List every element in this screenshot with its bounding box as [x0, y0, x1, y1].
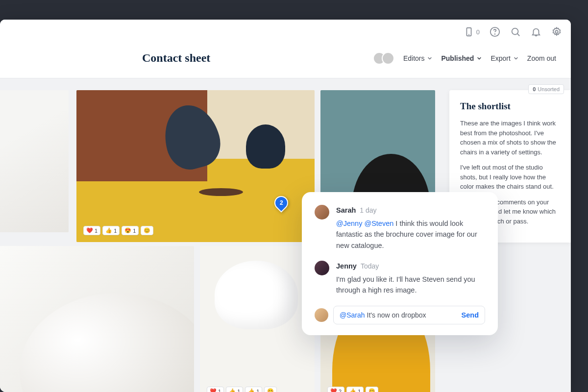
canvas[interactable]: ❤️1 👍1 😍1 😊 ❤️1 👍1 👍1 😊 ❤️2 [0, 78, 571, 392]
image-tile-main[interactable]: ❤️1 👍1 😍1 😊 [76, 90, 315, 242]
add-reaction-button[interactable]: 😊 [264, 387, 277, 392]
reaction-chip[interactable]: 👍1 [226, 387, 243, 392]
search-icon[interactable] [510, 26, 521, 37]
shortlist-paragraph: I've left out most of the studio shots, … [460, 163, 560, 192]
image-tile[interactable]: ❤️1 👍1 👍1 😊 [200, 246, 315, 392]
comment-author: Jenny [336, 262, 357, 270]
image-tile[interactable] [0, 90, 69, 232]
page-title: Contact sheet [142, 51, 368, 65]
editor-avatars[interactable] [377, 52, 394, 65]
shortlist-paragraph: These are the images I think work best f… [460, 119, 560, 157]
export-label: Export [490, 54, 510, 62]
reaction-chip[interactable]: 👍1 [245, 387, 262, 392]
reaction-bar: ❤️2 👍1 😊 [327, 387, 378, 392]
published-label: Published [441, 54, 474, 62]
reaction-chip[interactable]: ❤️1 [83, 226, 100, 235]
reaction-chip[interactable]: ❤️1 [207, 387, 224, 392]
bell-icon[interactable] [531, 26, 541, 37]
avatar [315, 308, 328, 322]
zoom-out-label: Zoom out [527, 54, 556, 62]
top-toolbar: 0 [464, 26, 562, 37]
comment-composer: @Sarah It's now on dropbox Send [315, 306, 485, 324]
zoom-out-button[interactable]: Zoom out [527, 54, 556, 62]
reaction-bar: ❤️1 👍1 😍1 😊 [83, 226, 153, 235]
chevron-down-icon [427, 56, 432, 61]
comment: JennyToday I'm glad you like it. I'll ha… [315, 261, 485, 296]
reaction-chip[interactable]: 👍1 [102, 226, 120, 235]
chevron-down-icon [514, 56, 518, 61]
mobile-icon [464, 26, 474, 37]
avatar [315, 205, 329, 220]
svg-point-6 [555, 30, 558, 33]
mobile-preview-button[interactable]: 0 [464, 26, 480, 37]
comment-text: @Jenny @Steven I think this would look f… [336, 218, 485, 251]
editors-label: Editors [403, 54, 425, 62]
comment: Sarah1 day @Jenny @Steven I think this w… [315, 205, 485, 251]
export-dropdown[interactable]: Export [490, 54, 518, 62]
comment-input[interactable]: @Sarah It's now on dropbox Send [333, 306, 485, 324]
svg-point-4 [512, 28, 518, 35]
reaction-chip[interactable]: 😍1 [122, 226, 139, 235]
mention: @Sarah [340, 311, 365, 319]
app-window: 0 Contact sheet Editors Published Export… [0, 20, 571, 392]
mention[interactable]: @Jenny [336, 220, 362, 227]
avatar [382, 52, 394, 65]
published-dropdown[interactable]: Published [441, 54, 482, 62]
shortlist-title: The shortlist [460, 101, 560, 112]
comment-text: I'm glad you like it. I'll have Steven s… [336, 274, 485, 296]
chevron-down-icon [477, 56, 482, 61]
mobile-count: 0 [476, 28, 480, 36]
image-tile[interactable] [0, 246, 194, 392]
help-icon[interactable] [490, 26, 500, 37]
comment-time: 1 day [360, 206, 376, 214]
reaction-chip[interactable]: ❤️2 [327, 387, 344, 392]
comment-popover: Sarah1 day @Jenny @Steven I think this w… [302, 192, 498, 335]
comment-author: Sarah [336, 206, 356, 214]
svg-line-5 [517, 34, 520, 36]
add-reaction-button[interactable]: 😊 [141, 226, 153, 235]
add-reaction-button[interactable]: 😊 [366, 387, 378, 392]
svg-point-3 [495, 34, 495, 34]
reaction-bar: ❤️1 👍1 👍1 😊 [207, 387, 277, 392]
unsorted-badge[interactable]: 0Unsorted [528, 84, 564, 94]
gear-icon[interactable] [551, 26, 562, 37]
reaction-chip[interactable]: 👍1 [346, 387, 364, 392]
send-button[interactable]: Send [462, 311, 479, 319]
mention[interactable]: @Steven [364, 220, 393, 227]
avatar [315, 261, 329, 275]
editors-dropdown[interactable]: Editors [403, 54, 433, 62]
comment-time: Today [361, 262, 379, 270]
